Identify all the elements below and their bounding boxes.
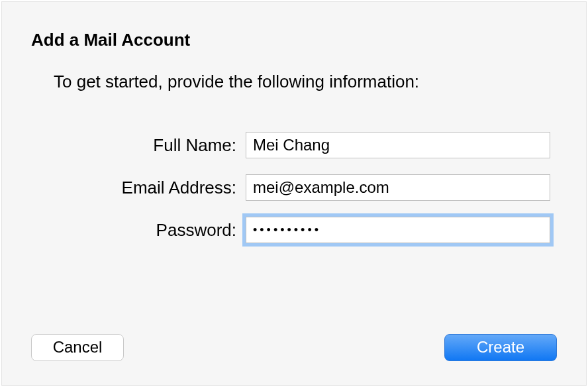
full-name-label: Full Name: [54, 135, 246, 156]
email-label: Email Address: [54, 178, 246, 198]
cancel-button[interactable]: Cancel [31, 334, 124, 361]
button-bar: Cancel Create [31, 334, 557, 361]
account-form: Full Name: Email Address: Password: [54, 132, 557, 243]
password-row: Password: [54, 217, 557, 243]
create-button[interactable]: Create [444, 334, 557, 361]
password-label: Password: [54, 220, 246, 241]
dialog-title: Add a Mail Account [31, 30, 557, 50]
email-row: Email Address: [54, 174, 557, 201]
full-name-input[interactable] [246, 132, 550, 158]
full-name-row: Full Name: [54, 132, 557, 158]
dialog-subtitle: To get started, provide the following in… [54, 72, 557, 92]
add-mail-account-dialog: Add a Mail Account To get started, provi… [1, 1, 587, 386]
password-input[interactable] [246, 217, 550, 243]
email-input[interactable] [246, 174, 550, 201]
